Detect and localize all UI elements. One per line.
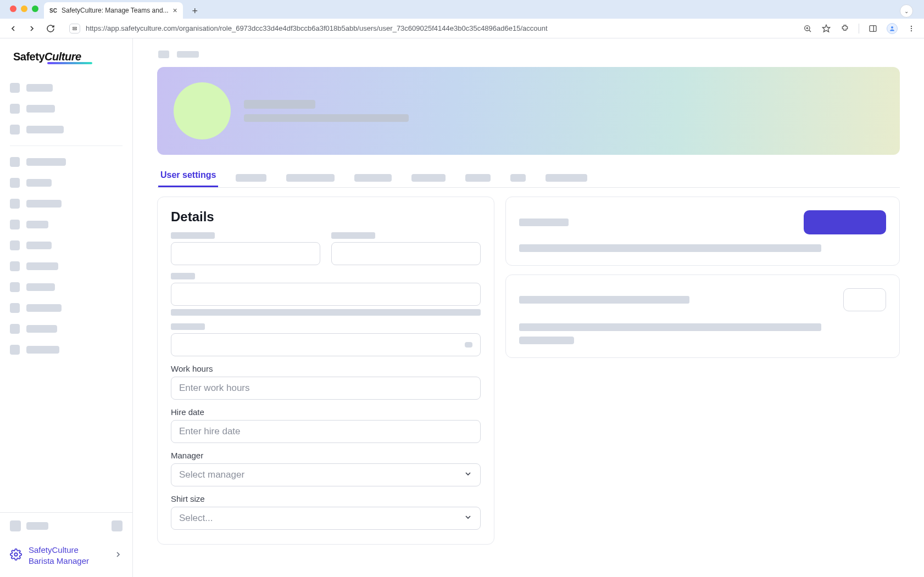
tab-user-settings[interactable]: User settings — [158, 165, 218, 187]
sidebar-item-skeleton[interactable] — [10, 152, 123, 172]
logo-text-b: Culture — [44, 51, 81, 63]
avatar — [174, 82, 231, 139]
sidebar-nav — [0, 71, 132, 367]
tab-title: SafetyCulture: Manage Teams and... — [62, 7, 169, 14]
sidebar-item-skeleton[interactable] — [10, 98, 123, 119]
work-hours-input[interactable]: Enter work hours — [171, 377, 481, 400]
sidebar-item-skeleton[interactable] — [10, 318, 123, 339]
sidebar-item-skeleton[interactable] — [10, 214, 123, 235]
sidepanel-icon[interactable] — [868, 24, 878, 33]
svg-point-9 — [891, 26, 893, 29]
secondary-action-button[interactable] — [843, 288, 886, 311]
sidebar-item-skeleton[interactable] — [10, 172, 123, 193]
chevron-skeleton — [465, 342, 472, 348]
zoom-icon[interactable] — [803, 24, 812, 33]
sidebar-footer-icon-skeleton — [112, 520, 123, 531]
close-window-button[interactable] — [10, 5, 16, 12]
tab-skeleton[interactable] — [463, 169, 493, 187]
tab-skeleton[interactable] — [543, 169, 589, 187]
url-text: https://app.safetyculture.com/organisati… — [86, 24, 548, 32]
org-name-line1: SafetyCulture — [29, 545, 89, 556]
chevron-right-icon — [114, 550, 123, 561]
side-panel-text-skeleton — [519, 337, 574, 344]
panel-heading: Details — [171, 209, 481, 225]
svg-rect-7 — [870, 25, 876, 31]
address-bar[interactable]: https://app.safetyculture.com/organisati… — [64, 21, 795, 36]
svg-line-3 — [809, 30, 811, 31]
shirt-size-placeholder: Select... — [179, 513, 213, 524]
chevron-down-icon — [464, 513, 472, 524]
side-panel-title-skeleton — [519, 219, 569, 226]
bookmark-star-icon[interactable] — [821, 24, 831, 33]
maximize-window-button[interactable] — [32, 5, 38, 12]
tab-skeleton[interactable] — [233, 169, 269, 187]
chevron-down-icon — [464, 469, 472, 481]
chrome-divider — [859, 24, 859, 33]
gear-icon — [10, 548, 22, 563]
field-label-skeleton — [171, 273, 195, 279]
window-controls — [10, 5, 38, 12]
site-info-icon[interactable] — [69, 24, 80, 33]
primary-action-button[interactable] — [804, 210, 886, 234]
sidebar-item-skeleton[interactable] — [10, 298, 123, 318]
user-name-skeleton — [244, 100, 315, 109]
browser-chrome: SC SafetyCulture: Manage Teams and... × … — [0, 0, 924, 38]
tabs-dropdown[interactable]: ⌄ — [900, 4, 913, 18]
svg-rect-1 — [73, 29, 77, 30]
profile-avatar[interactable] — [887, 23, 898, 34]
text-input-skeleton[interactable] — [171, 283, 481, 306]
side-panel-title-skeleton — [519, 296, 689, 304]
sidebar-item-skeleton[interactable] — [10, 193, 123, 214]
forward-button[interactable] — [26, 23, 37, 34]
hire-date-input[interactable]: Enter hire date — [171, 420, 481, 443]
svg-point-12 — [911, 30, 912, 31]
main-content: User settings Details — [133, 38, 924, 577]
org-switcher[interactable]: SafetyCulture Barista Manager — [0, 539, 132, 577]
tab-skeleton[interactable] — [409, 169, 448, 187]
text-input-skeleton[interactable] — [171, 242, 320, 265]
svg-point-11 — [911, 27, 912, 29]
text-input-skeleton[interactable] — [331, 242, 481, 265]
field-label-skeleton — [171, 232, 215, 239]
svg-marker-6 — [822, 25, 830, 32]
manager-label: Manager — [171, 451, 481, 460]
user-meta-skeleton — [244, 114, 409, 122]
minimize-window-button[interactable] — [21, 5, 27, 12]
close-tab-icon[interactable]: × — [173, 6, 177, 15]
svg-rect-0 — [73, 27, 77, 28]
logo[interactable]: SafetyCulture — [0, 38, 132, 71]
field-label-skeleton — [171, 323, 205, 330]
tab-skeleton[interactable] — [284, 169, 337, 187]
field-label-skeleton — [331, 232, 375, 239]
sidebar-footer: SafetyCulture Barista Manager — [0, 512, 132, 577]
sidebar-item-skeleton[interactable] — [10, 235, 123, 256]
sidebar-item-skeleton[interactable] — [10, 77, 123, 98]
sidebar-footer-skeleton — [0, 513, 132, 539]
extensions-icon[interactable] — [840, 24, 850, 33]
sidebar-item-skeleton[interactable] — [10, 339, 123, 360]
sidebar-item-skeleton[interactable] — [10, 277, 123, 298]
manager-select[interactable]: Select manager — [171, 463, 481, 486]
new-tab-button[interactable]: + — [187, 3, 203, 19]
sidebar-item-skeleton[interactable] — [10, 256, 123, 277]
sidebar-item-skeleton[interactable] — [10, 119, 123, 140]
side-panel-text-skeleton — [519, 323, 821, 331]
select-input-skeleton[interactable] — [171, 333, 481, 356]
browser-tab[interactable]: SC SafetyCulture: Manage Teams and... × — [44, 2, 183, 19]
hire-date-placeholder: Enter hire date — [179, 426, 241, 437]
work-hours-label: Work hours — [171, 364, 481, 373]
shirt-size-select[interactable]: Select... — [171, 507, 481, 530]
svg-point-13 — [14, 553, 18, 556]
side-panel-text-skeleton — [519, 244, 821, 252]
tab-skeleton[interactable] — [352, 169, 394, 187]
back-button[interactable] — [8, 23, 19, 34]
tab-skeleton[interactable] — [508, 169, 528, 187]
work-hours-placeholder: Enter work hours — [179, 383, 250, 394]
sidebar: SafetyCulture — [0, 38, 133, 577]
reload-button[interactable] — [45, 23, 56, 34]
svg-point-10 — [911, 25, 912, 26]
kebab-menu-icon[interactable] — [906, 24, 916, 33]
manager-placeholder: Select manager — [179, 469, 244, 480]
shirt-size-label: Shirt size — [171, 494, 481, 503]
details-panel: Details — [157, 197, 494, 545]
